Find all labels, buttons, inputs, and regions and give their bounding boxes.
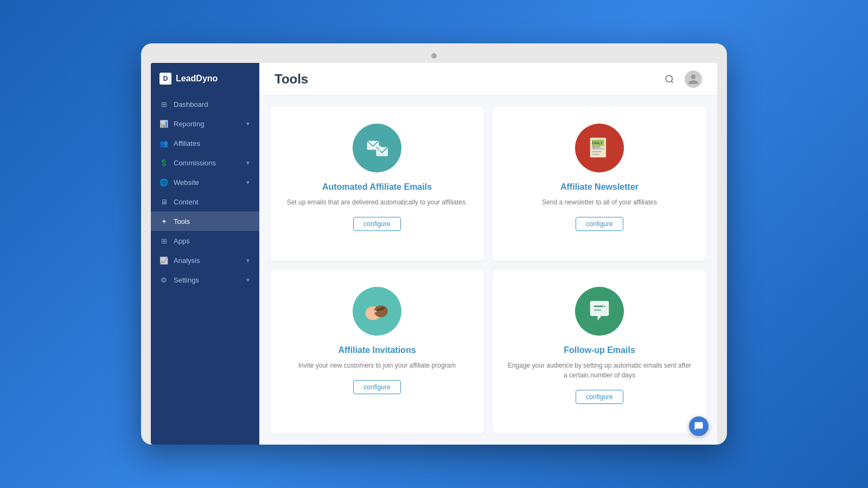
- sidebar-item-reporting[interactable]: 📊 Reporting ▼: [151, 114, 259, 133]
- commissions-icon: 💲: [159, 158, 168, 167]
- svg-text:DAILY: DAILY: [592, 141, 603, 145]
- logo: D LeadDyno: [151, 63, 259, 94]
- configure-followup-button[interactable]: configure: [576, 390, 623, 404]
- reporting-icon: 📊: [159, 119, 168, 128]
- tool-card-followup: Follow-up Emails Engage your audience by…: [493, 269, 706, 434]
- tool-desc-automated-emails: Set up emails that are delivered automat…: [287, 197, 468, 207]
- sidebar-item-label: Settings: [174, 276, 199, 284]
- logo-icon: D: [159, 73, 171, 85]
- svg-text:NEWS: NEWS: [592, 145, 601, 149]
- configure-newsletter-button[interactable]: configure: [576, 217, 623, 231]
- svg-line-1: [671, 81, 673, 82]
- followup-icon: [575, 287, 624, 336]
- main-content: Tools: [259, 63, 717, 445]
- tool-title-followup: Follow-up Emails: [564, 345, 635, 355]
- monitor-camera: [431, 53, 437, 59]
- page-title: Tools: [275, 72, 308, 87]
- tool-desc-invitations: Invite your new customers to join your a…: [298, 361, 456, 370]
- tool-title-automated-emails: Automated Affiliate Emails: [322, 182, 432, 192]
- sidebar-item-commissions[interactable]: 💲 Commissions ▼: [151, 153, 259, 172]
- tool-title-newsletter: Affiliate Newsletter: [560, 182, 639, 192]
- sidebar-item-label: Tools: [174, 217, 190, 226]
- svg-point-0: [666, 75, 672, 82]
- screen: D LeadDyno ⊞ Dashboard 📊 Reporting ▼: [151, 63, 717, 445]
- chevron-down-icon: ▼: [245, 121, 251, 127]
- sidebar-item-label: Reporting: [174, 120, 204, 128]
- apps-icon: ⊞: [159, 236, 168, 245]
- svg-rect-8: [592, 153, 599, 155]
- sidebar-item-label: Apps: [174, 237, 190, 245]
- chevron-down-icon: ▼: [245, 277, 251, 283]
- sidebar-item-label: Website: [174, 178, 199, 187]
- svg-rect-16: [594, 310, 602, 311]
- settings-icon: ⚙: [159, 275, 168, 284]
- sidebar-item-label: Affiliates: [174, 139, 200, 147]
- svg-rect-7: [592, 151, 601, 152]
- newsletter-icon: DAILY NEWS: [575, 124, 624, 172]
- invitations-icon: [353, 287, 401, 336]
- chevron-down-icon: ▼: [245, 160, 251, 166]
- sidebar-item-label: Commissions: [174, 159, 216, 167]
- logo-text: LeadDyno: [176, 74, 218, 84]
- sidebar-item-settings[interactable]: ⚙ Settings ▼: [151, 270, 259, 290]
- tools-grid: Automated Affiliate Emails Set up emails…: [259, 95, 717, 445]
- tool-desc-followup: Engage your audience by setting up autom…: [506, 361, 693, 380]
- chevron-down-icon: ▼: [245, 258, 251, 264]
- sidebar-item-dashboard[interactable]: ⊞ Dashboard: [151, 94, 259, 114]
- configure-automated-emails-button[interactable]: configure: [353, 217, 400, 231]
- sidebar-item-apps[interactable]: ⊞ Apps: [151, 231, 259, 251]
- top-bar: Tools: [259, 63, 717, 95]
- tool-card-invitations: Affiliate Invitations Invite your new cu…: [270, 269, 484, 434]
- sidebar-nav: ⊞ Dashboard 📊 Reporting ▼ 👥 Affiliates: [151, 94, 259, 445]
- sidebar-item-affiliates[interactable]: 👥 Affiliates: [151, 133, 259, 153]
- search-button[interactable]: [662, 72, 677, 87]
- sidebar-item-analysis[interactable]: 📈 Analysis ▼: [151, 251, 259, 270]
- chevron-down-icon: ▼: [245, 179, 251, 185]
- automated-emails-icon: [353, 124, 401, 172]
- tool-card-automated-emails: Automated Affiliate Emails Set up emails…: [270, 106, 484, 261]
- sidebar-item-label: Analysis: [174, 256, 200, 265]
- configure-invitations-button[interactable]: configure: [353, 380, 400, 394]
- sidebar-item-website[interactable]: 🌐 Website ▼: [151, 172, 259, 192]
- website-icon: 🌐: [159, 178, 168, 187]
- sidebar: D LeadDyno ⊞ Dashboard 📊 Reporting ▼: [151, 63, 259, 445]
- tools-icon: ✦: [159, 217, 168, 226]
- tool-desc-newsletter: Send a newsletter to all of your affilia…: [542, 197, 657, 207]
- tool-card-newsletter: DAILY NEWS Affiliate Newsletter Send a n…: [493, 106, 706, 261]
- sidebar-item-tools[interactable]: ✦ Tools: [151, 211, 259, 231]
- tool-title-invitations: Affiliate Invitations: [338, 345, 416, 355]
- chat-button[interactable]: [689, 416, 709, 436]
- sidebar-item-label: Content: [174, 198, 199, 206]
- content-icon: 🖥: [159, 197, 168, 206]
- sidebar-item-content[interactable]: 🖥 Content: [151, 192, 259, 211]
- top-bar-actions: [662, 70, 702, 88]
- analysis-icon: 📈: [159, 256, 168, 265]
- sidebar-item-label: Dashboard: [174, 100, 208, 108]
- dashboard-icon: ⊞: [159, 100, 168, 108]
- affiliates-icon: 👥: [159, 139, 168, 147]
- user-avatar[interactable]: [685, 70, 702, 88]
